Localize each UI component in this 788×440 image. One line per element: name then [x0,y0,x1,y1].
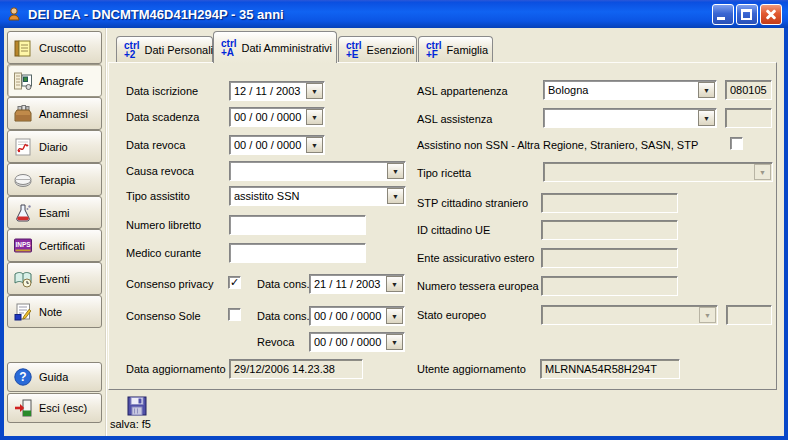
sidebar-item-guida[interactable]: ? Guida [7,362,102,392]
minimize-icon [717,17,725,20]
chevron-down-icon[interactable]: ▼ [698,110,715,126]
causa-revoca-combo[interactable]: ▼ [229,161,406,181]
sidebar-item-esami[interactable]: Esami [7,196,102,229]
sidebar-item-label: Anamnesi [39,108,88,120]
numero-libretto-input[interactable] [229,215,366,235]
person-icon [6,6,22,22]
utente-aggiornamento-label: Utente aggiornamento [417,363,526,375]
consenso-privacy-checkbox[interactable]: ✓ [228,276,241,289]
save-button[interactable] [124,393,150,419]
utente-aggiornamento-field [540,359,680,379]
consenso-sole-date-combo[interactable]: 00 / 00 / 0000 ▼ [309,306,405,326]
sidebar-item-cruscotto[interactable]: Cruscotto [7,31,102,64]
sidebar-item-eventi[interactable]: Eventi [7,262,102,295]
chevron-down-icon[interactable]: ▼ [306,109,323,125]
tab-famiglia[interactable]: ctrl+F Famiglia [418,36,493,63]
sidebar-item-anamnesi[interactable]: Anamnesi [7,97,102,130]
sidebar-item-anagrafe[interactable]: Anagrafe [7,64,102,97]
sidebar-item-label: Esci (esc) [39,402,87,414]
tipo-assistito-label: Tipo assistito [126,190,190,202]
cruscotto-icon [12,37,34,59]
ente-assicurativo-estero-input [541,248,678,268]
stp-cittadino-straniero-label: STP cittadino straniero [417,197,528,209]
data-revoca-combo[interactable]: 00 / 00 / 0000 ▼ [229,135,325,155]
assistito-non-ssn-label: Assistino non SSN - Altra Regione, Stran… [417,139,698,151]
id-cittadino-ue-input [541,220,678,240]
sidebar-item-esci[interactable]: Esci (esc) [7,393,102,423]
sidebar-item-note[interactable]: Note [7,295,102,328]
tab-shortcut: ctrl+E [346,41,362,59]
consenso-sole-revoca-combo[interactable]: 00 / 00 / 0000 ▼ [309,332,405,352]
consenso-privacy-date-label: Data cons. [257,278,310,290]
sidebar-item-label: Cruscotto [39,42,86,54]
chevron-down-icon[interactable]: ▼ [386,276,403,292]
inps-certificate-icon: INPS [12,235,34,257]
chevron-down-icon[interactable]: ▼ [306,137,323,153]
sidebar-item-diario[interactable]: Diario [7,130,102,163]
data-revoca-label: Data revoca [126,139,185,151]
chevron-down-icon[interactable]: ▼ [386,308,403,324]
consenso-sole-date-label: Data cons. [257,310,310,322]
maximize-button[interactable] [736,4,758,25]
asl-appartenenza-label: ASL appartenenza [417,85,508,97]
anagrafe-icon [12,70,34,92]
minimize-button[interactable] [712,4,734,25]
asl-assistenza-label: ASL assistenza [417,113,492,125]
sidebar-separator [105,28,107,436]
data-scadenza-label: Data scadenza [126,111,199,123]
id-cittadino-ue-label: ID cittadino UE [417,224,490,236]
medico-curante-input[interactable] [229,243,366,263]
stato-europeo-combo: ▼ [541,305,718,325]
chevron-down-icon[interactable]: ▼ [387,163,404,179]
floppy-disk-icon [126,395,148,417]
tab-dati-amministrativi[interactable]: ctrl+A Dati Amministrativi [213,31,337,63]
consenso-privacy-date-combo[interactable]: 21 / 11 / 2003 ▼ [309,274,405,294]
close-button[interactable] [760,4,782,25]
tab-shortcut: ctrl+A [221,39,237,57]
asl-appartenenza-combo[interactable]: Bologna ▼ [543,80,717,100]
sidebar-item-label: Anagrafe [39,75,84,87]
tipo-assistito-combo[interactable]: assistito SSN ▼ [229,186,406,206]
tab-dati-personali[interactable]: ctrl+2 Dati Personali [116,36,213,63]
application-window: DEI DEA - DNCMTM46D41H294P - 35 anni Cru… [0,0,788,440]
sidebar-item-certificati[interactable]: INPS Certificati [7,229,102,262]
terapia-icon [12,169,34,191]
consenso-sole-revoca-label: Revoca [257,336,294,348]
sidebar-item-label: Esami [39,207,70,219]
client-area: Cruscotto Anagrafe [4,28,784,436]
data-scadenza-combo[interactable]: 00 / 00 / 0000 ▼ [229,107,325,127]
numero-libretto-label: Numero libretto [126,219,201,231]
tab-shortcut: ctrl+2 [124,41,140,59]
esami-icon [12,202,34,224]
question-icon: ? [12,366,34,388]
chevron-down-icon[interactable]: ▼ [306,83,323,99]
tab-label: Famiglia [447,44,489,56]
data-iscrizione-combo[interactable]: 12 / 11 / 2003 ▼ [229,81,325,101]
exit-icon [12,397,34,419]
asl-appartenenza-code-field [725,80,772,100]
sidebar-item-label: Diario [39,141,68,153]
chevron-down-icon[interactable]: ▼ [698,82,715,98]
sidebar-item-terapia[interactable]: Terapia [7,163,102,196]
chevron-down-icon[interactable]: ▼ [386,334,403,350]
eventi-icon [12,268,34,290]
numero-tessera-europea-input [541,276,678,296]
consenso-privacy-label: Consenso privacy [126,278,213,290]
tab-esenzioni[interactable]: ctrl+E Esenzioni [338,36,417,63]
consenso-sole-checkbox[interactable] [228,308,241,321]
sidebar-item-label: Eventi [39,273,70,285]
svg-text:?: ? [19,370,26,384]
ente-assicurativo-estero-label: Ente assicurativo estero [417,252,534,264]
sidebar-item-label: Terapia [39,174,75,186]
data-aggiornamento-label: Data aggiornamento [126,363,226,375]
window-title: DEI DEA - DNCMTM46D41H294P - 35 anni [28,7,284,22]
medico-curante-label: Medico curante [126,247,201,259]
sidebar-item-label: Note [39,306,62,318]
asl-assistenza-combo[interactable]: ▼ [543,108,717,128]
chevron-down-icon[interactable]: ▼ [387,188,404,204]
chevron-down-icon: ▼ [699,307,716,323]
titlebar: DEI DEA - DNCMTM46D41H294P - 35 anni [0,0,788,28]
anamnesi-icon [12,103,34,125]
stp-cittadino-straniero-input [541,193,678,213]
assistito-non-ssn-checkbox[interactable] [730,137,743,150]
